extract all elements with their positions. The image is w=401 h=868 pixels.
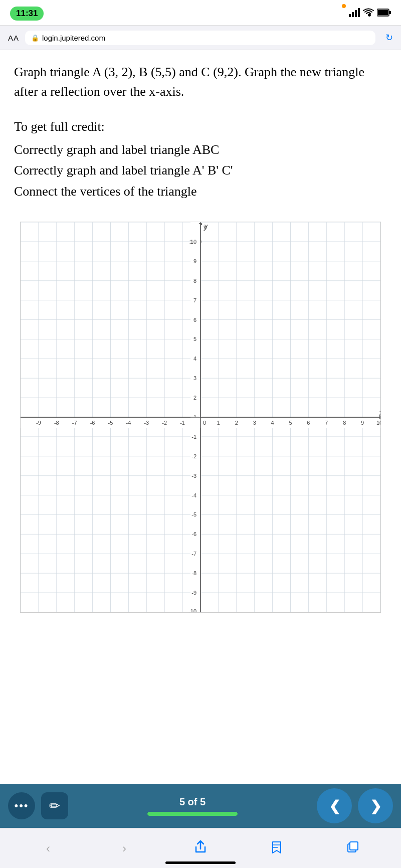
- svg-text:-9: -9: [191, 590, 196, 596]
- instructions-title: To get full credit:: [14, 116, 387, 137]
- browser-url-bar[interactable]: 🔒 login.jupitered.com: [25, 31, 375, 45]
- instructions: To get full credit: Correctly graph and …: [14, 116, 387, 202]
- svg-text:6: 6: [307, 420, 310, 426]
- nav-center: 5 of 5: [74, 796, 311, 816]
- coordinate-graph[interactable]: .grid-line { stroke: #d0d8e0; stroke-wid…: [21, 222, 380, 612]
- svg-rect-2: [355, 10, 357, 17]
- svg-rect-1: [352, 12, 354, 17]
- svg-text:-2: -2: [162, 420, 167, 426]
- previous-button[interactable]: ❮: [317, 788, 352, 823]
- svg-text:-3: -3: [191, 473, 196, 479]
- svg-text:5: 5: [193, 336, 196, 342]
- orange-dot: [342, 4, 346, 8]
- home-indicator: [165, 861, 236, 864]
- svg-rect-5: [378, 10, 388, 16]
- svg-rect-6: [389, 11, 391, 14]
- svg-text:-9: -9: [36, 420, 41, 426]
- svg-text:10: 10: [190, 239, 196, 245]
- svg-text:4: 4: [271, 420, 274, 426]
- bookmarks-icon: [270, 840, 283, 857]
- svg-text:-4: -4: [126, 420, 131, 426]
- tabs-button[interactable]: [340, 836, 365, 861]
- svg-text:2: 2: [235, 420, 238, 426]
- share-button[interactable]: [188, 836, 213, 861]
- svg-text:-10: -10: [188, 608, 196, 612]
- svg-text:-8: -8: [191, 570, 196, 576]
- svg-text:7: 7: [193, 297, 196, 303]
- svg-text:8: 8: [193, 278, 196, 284]
- next-button[interactable]: ❯: [358, 788, 393, 823]
- dots-icon: •••: [14, 799, 29, 812]
- svg-text:-4: -4: [191, 492, 196, 498]
- pencil-icon: ✏: [49, 798, 60, 814]
- tabs-icon: [346, 840, 359, 856]
- svg-text:5: 5: [289, 420, 292, 426]
- svg-text:0: 0: [203, 420, 206, 426]
- instruction-line-1: Correctly graph and label triangle ABC: [14, 139, 387, 160]
- svg-text:8: 8: [343, 420, 346, 426]
- svg-text:-6: -6: [191, 532, 196, 538]
- graph-wrapper[interactable]: .grid-line { stroke: #d0d8e0; stroke-wid…: [20, 222, 381, 613]
- share-icon: [194, 840, 207, 857]
- wifi-icon: [363, 8, 374, 20]
- browser-url-text: login.jupitered.com: [42, 34, 105, 42]
- svg-text:10: 10: [376, 420, 380, 426]
- progress-bar: [147, 812, 238, 816]
- svg-text:3: 3: [253, 420, 256, 426]
- problem-text: Graph triangle A (3, 2), B (5,5) and C (…: [14, 62, 387, 101]
- svg-text:-1: -1: [191, 434, 196, 440]
- svg-rect-119: [350, 842, 358, 850]
- nav-pencil-button[interactable]: ✏: [41, 792, 68, 819]
- svg-text:3: 3: [193, 376, 196, 382]
- progress-fill: [147, 812, 238, 816]
- svg-text:-2: -2: [191, 453, 196, 459]
- forward-button[interactable]: ›: [112, 836, 137, 861]
- svg-text:-8: -8: [54, 420, 59, 426]
- svg-text:9: 9: [193, 258, 196, 264]
- refresh-icon[interactable]: ↻: [385, 32, 393, 43]
- svg-text:-7: -7: [72, 420, 77, 426]
- svg-text:-1: -1: [180, 420, 185, 426]
- page-label: 5 of 5: [179, 796, 206, 808]
- svg-text:-7: -7: [191, 551, 196, 557]
- browser-bar: AA 🔒 login.jupitered.com ↻: [0, 25, 401, 50]
- content-area: Graph triangle A (3, 2), B (5,5) and C (…: [0, 50, 401, 638]
- status-time: 11:31: [10, 7, 44, 21]
- battery-icon: [377, 9, 391, 19]
- signal-bars-icon: [349, 8, 360, 19]
- svg-text:x: x: [379, 409, 380, 416]
- status-icons: [349, 8, 391, 20]
- back-icon: ‹: [46, 841, 50, 855]
- bookmarks-button[interactable]: [264, 836, 289, 861]
- svg-text:6: 6: [193, 317, 196, 323]
- svg-text:-5: -5: [191, 512, 196, 518]
- svg-text:2: 2: [193, 395, 196, 401]
- svg-text:4: 4: [193, 356, 196, 362]
- svg-text:7: 7: [325, 420, 328, 426]
- nav-dots-button[interactable]: •••: [8, 792, 35, 819]
- svg-text:9: 9: [361, 420, 364, 426]
- svg-text:-3: -3: [144, 420, 149, 426]
- lock-icon: 🔒: [31, 34, 39, 42]
- back-button[interactable]: ‹: [36, 836, 61, 861]
- forward-icon: ›: [122, 841, 126, 855]
- instruction-line-3: Connect the vertices of the triangle: [14, 181, 387, 202]
- instruction-line-2: Correctly graph and label triangle A' B'…: [14, 160, 387, 181]
- svg-text:-5: -5: [108, 420, 113, 426]
- svg-text:-6: -6: [90, 420, 95, 426]
- svg-rect-0: [349, 14, 351, 17]
- chevron-right-icon: ❯: [370, 798, 381, 814]
- browser-aa-label[interactable]: AA: [8, 34, 19, 42]
- svg-rect-3: [358, 8, 360, 17]
- svg-text:1: 1: [217, 420, 220, 426]
- chevron-left-icon: ❮: [329, 798, 340, 814]
- graph-container[interactable]: .grid-line { stroke: #d0d8e0; stroke-wid…: [14, 217, 387, 618]
- status-bar: 11:31: [0, 0, 401, 25]
- svg-marker-113: [379, 415, 380, 419]
- svg-text:y: y: [204, 223, 207, 231]
- bottom-nav: ••• ✏ 5 of 5 ❮ ❯: [0, 784, 401, 828]
